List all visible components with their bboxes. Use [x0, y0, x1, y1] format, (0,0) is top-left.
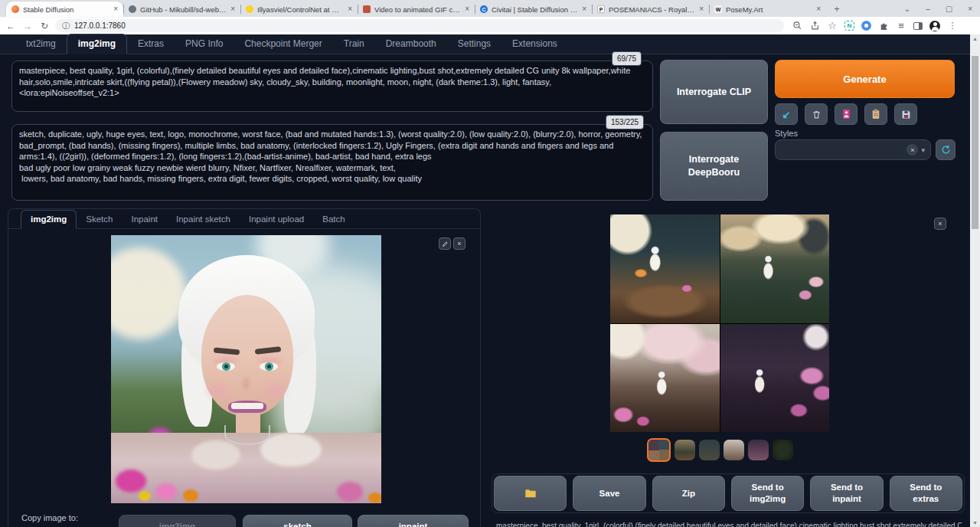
interrogate-clip-button[interactable]: Interrogate CLIP	[660, 60, 768, 124]
tab-extras[interactable]: Extras	[127, 34, 175, 54]
tab-close-icon[interactable]: ×	[582, 5, 586, 13]
open-folder-button[interactable]	[494, 476, 567, 511]
tab-close-icon[interactable]: ×	[230, 5, 235, 13]
apply-style-button[interactable]	[864, 103, 887, 125]
read-parameters-button[interactable]: ↙	[775, 103, 798, 125]
send-to-img2img-button[interactable]: Send to img2img	[731, 476, 804, 511]
tab-dreambooth[interactable]: Dreambooth	[375, 34, 447, 54]
tab-img2img-mode[interactable]: img2img	[21, 210, 77, 229]
tab-close-icon[interactable]: ×	[699, 5, 704, 13]
profile-avatar[interactable]	[929, 21, 940, 31]
token-counter-positive: 69/75	[612, 51, 642, 66]
scroll-down-arrow-icon[interactable]: ▼	[970, 520, 980, 525]
styles-dropdown[interactable]: × ▾	[775, 139, 931, 160]
remove-image-button[interactable]: ×	[453, 237, 466, 250]
tab-txt2img[interactable]: txt2img	[15, 34, 67, 54]
extra-networks-button[interactable]	[835, 103, 858, 125]
browser-toolbar: ← → ↻ ⓘ 127.0.0.1:7860 ☆ N ≡ ⋮	[0, 17, 980, 34]
tab-png-info[interactable]: PNG Info	[175, 34, 234, 54]
scrollbar-thumb[interactable]	[972, 56, 978, 229]
result-image-2[interactable]	[720, 214, 830, 323]
clear-prompt-button[interactable]	[805, 103, 828, 125]
thumbnail-2[interactable]	[699, 440, 720, 460]
refresh-styles-button[interactable]	[936, 139, 956, 160]
zoom-icon[interactable]	[792, 21, 802, 31]
window-close-button[interactable]: ×	[968, 5, 972, 13]
extension-n-icon[interactable]: N	[844, 21, 854, 31]
close-gallery-button[interactable]: ×	[934, 218, 946, 230]
image-art	[243, 378, 250, 390]
tab-train[interactable]: Train	[333, 34, 375, 54]
share-icon[interactable]	[809, 21, 820, 31]
browser-window: Stable Diffusion × GitHub - Mikubill/sd-…	[0, 0, 980, 527]
tab-search-chevron-icon[interactable]: ⌄	[904, 5, 910, 13]
tab-sketch-mode[interactable]: Sketch	[77, 211, 122, 228]
tab-inpaint-upload-mode[interactable]: Inpaint upload	[240, 211, 313, 228]
menu-kebab-icon[interactable]: ⋮	[947, 21, 958, 31]
prompt-input[interactable]: masterpiece, best quality, 1girl, (color…	[11, 61, 653, 112]
clear-styles-icon[interactable]: ×	[906, 144, 918, 155]
thumbnail-4[interactable]	[748, 440, 769, 460]
send-to-extras-button[interactable]: Send to extras	[890, 476, 962, 511]
window-minimize-button[interactable]: –	[926, 5, 930, 13]
interrogate-deepbooru-button[interactable]: Interrogate DeepBooru	[660, 132, 768, 201]
tab-img2img[interactable]: img2img	[67, 34, 127, 54]
back-button[interactable]: ←	[5, 21, 17, 31]
tab-inpaint-mode[interactable]: Inpaint	[122, 211, 167, 228]
tab-close-icon[interactable]: ×	[348, 5, 352, 13]
thumbnail-3[interactable]	[724, 440, 744, 460]
browser-tab-stable-diffusion[interactable]: Stable Diffusion ×	[6, 2, 123, 17]
generate-button[interactable]: Generate	[775, 60, 955, 98]
thumbnail-1[interactable]	[675, 440, 695, 460]
extensions-puzzle-icon[interactable]	[878, 21, 889, 31]
browser-tab-posemaniacs[interactable]: P POSEMANIACS - Royalty free 3… ×	[592, 2, 709, 17]
img2img-mode-tabs: img2img Sketch Inpaint Inpaint sketch In…	[8, 209, 480, 229]
thumbnail-grid[interactable]	[647, 438, 671, 462]
address-bar[interactable]: ⓘ 127.0.0.1:7860	[55, 19, 784, 32]
page-scrollbar[interactable]: ▲ ▼	[970, 34, 980, 527]
copy-to-inpaint-button[interactable]: inpaint	[358, 515, 469, 527]
bookmark-star-icon[interactable]: ☆	[827, 21, 838, 31]
tab-close-icon[interactable]: ×	[465, 5, 469, 13]
source-image[interactable]	[111, 235, 381, 503]
chevron-down-icon[interactable]: ▾	[921, 146, 925, 154]
tab-extensions[interactable]: Extensions	[501, 34, 568, 54]
folder-icon	[524, 488, 537, 499]
scroll-up-arrow-icon[interactable]: ▲	[970, 36, 980, 41]
tab-checkpoint-merger[interactable]: Checkpoint Merger	[234, 34, 332, 54]
tab-inpaint-sketch-mode[interactable]: Inpaint sketch	[167, 211, 240, 228]
reload-button[interactable]: ↻	[38, 21, 51, 31]
reading-list-icon[interactable]: ≡	[896, 21, 906, 31]
send-to-inpaint-button[interactable]: Send to inpaint	[810, 476, 883, 511]
thumbnail-5[interactable]	[773, 440, 793, 460]
window-maximize-button[interactable]: ▢	[946, 5, 952, 13]
copy-to-sketch-button[interactable]: sketch	[243, 515, 352, 527]
image-art	[139, 491, 151, 501]
browser-tab-gif-converter[interactable]: Video to animated GIF converter ×	[358, 2, 475, 17]
side-panel-icon[interactable]	[913, 22, 923, 30]
edit-image-button[interactable]	[439, 237, 451, 250]
browser-tab-controlnet[interactable]: Illyasviel/ControlNet at main ×	[240, 2, 358, 17]
site-info-icon[interactable]: ⓘ	[62, 21, 70, 31]
image-art	[111, 247, 186, 339]
forward-button[interactable]: →	[21, 21, 34, 31]
save-style-button[interactable]	[894, 103, 917, 125]
save-button[interactable]: Save	[573, 476, 645, 511]
negative-prompt-input[interactable]: sketch, duplicate, ugly, huge eyes, text…	[11, 124, 653, 201]
result-gallery[interactable]	[610, 214, 829, 432]
result-image-4[interactable]	[720, 324, 830, 433]
copy-to-img2img-button[interactable]: img2img	[119, 515, 236, 527]
new-tab-button[interactable]: +	[831, 3, 843, 15]
tab-settings[interactable]: Settings	[447, 34, 501, 54]
result-image-3[interactable]	[610, 324, 720, 433]
browser-tab-github[interactable]: GitHub - Mikubill/sd-webui-co… ×	[123, 2, 240, 17]
zip-button[interactable]: Zip	[652, 476, 725, 511]
tab-close-icon[interactable]: ×	[816, 5, 821, 13]
extension-blue-icon[interactable]	[861, 21, 871, 31]
browser-tab-civitai[interactable]: C Civitai | Stable Diffusion model… ×	[475, 2, 592, 17]
tab-batch-mode[interactable]: Batch	[313, 211, 354, 228]
tab-close-icon[interactable]: ×	[113, 5, 118, 13]
result-image-1[interactable]	[610, 214, 720, 323]
browser-tab-posemy[interactable]: W PoseMy.Art ×	[709, 2, 826, 17]
generate-tool-row: ↙	[775, 103, 917, 125]
